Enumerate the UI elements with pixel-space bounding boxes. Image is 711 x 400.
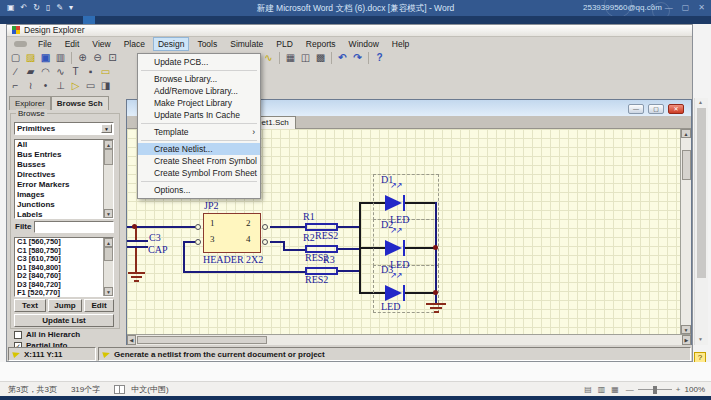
line-icon[interactable]: ∕: [8, 65, 23, 78]
list-item[interactable]: Error Markers: [15, 180, 113, 190]
draw-icon[interactable]: ✎: [56, 2, 63, 14]
zoom-in-icon[interactable]: ⊕: [75, 51, 90, 64]
scroll-up-icon[interactable]: ▲: [681, 129, 691, 138]
edit-button[interactable]: Edit: [84, 299, 114, 312]
round-rect-icon[interactable]: ▭: [98, 65, 113, 78]
language-label[interactable]: 中文(中国): [131, 384, 168, 395]
menu-item-update-parts-in-cache[interactable]: Update Parts In Cache: [138, 109, 260, 121]
chevron-down-icon[interactable]: ▼: [101, 124, 112, 133]
zoom-slider[interactable]: [638, 389, 672, 390]
wire[interactable]: [405, 292, 435, 294]
rectangle-icon[interactable]: ▪: [83, 65, 98, 78]
menu-item-make-project-library[interactable]: Make Project Library: [138, 97, 260, 109]
menu-help[interactable]: Help: [387, 37, 414, 51]
update-list-button[interactable]: Update List: [14, 314, 114, 327]
scroll-up-icon[interactable]: ▲: [698, 99, 703, 105]
curve-icon[interactable]: ∿: [53, 65, 68, 78]
text-icon[interactable]: T: [68, 65, 83, 78]
browse-library-icon[interactable]: ▦: [283, 51, 298, 64]
undo-icon[interactable]: ↶: [335, 51, 350, 64]
d2-led[interactable]: [385, 240, 402, 256]
capacitor-plate[interactable]: [127, 240, 148, 242]
wire[interactable]: [270, 226, 305, 228]
menu-item-template[interactable]: Template›: [138, 126, 260, 138]
bus-icon[interactable]: ≀: [23, 79, 38, 92]
menu-window[interactable]: Window: [344, 37, 384, 51]
menu-edit[interactable]: Edit: [60, 37, 85, 51]
wire[interactable]: [183, 241, 185, 273]
menu-simulate[interactable]: Simulate: [225, 37, 268, 51]
menu-pld[interactable]: PLD: [271, 37, 298, 51]
menu-reports[interactable]: Reports: [301, 37, 341, 51]
web-layout-icon[interactable]: ▦: [611, 385, 619, 394]
part-icon[interactable]: ▷: [68, 79, 83, 92]
tab-explorer[interactable]: Explorer: [9, 96, 51, 110]
port-icon[interactable]: ◨: [98, 79, 113, 92]
customize-quick-access-icon[interactable]: ▾: [69, 2, 73, 14]
list-item[interactable]: Junctions: [15, 200, 113, 210]
list-item[interactable]: All: [15, 140, 113, 150]
redo-icon[interactable]: ↻: [33, 2, 40, 14]
scroll-thumb[interactable]: [137, 336, 267, 344]
list-item[interactable]: C3 [610,750]: [15, 255, 113, 264]
canvas-hscrollbar[interactable]: ◀ ▶: [127, 334, 691, 345]
scroll-thumb[interactable]: [104, 247, 113, 261]
menu-file[interactable]: File: [33, 37, 57, 51]
page-info[interactable]: 第3页，共3页: [8, 384, 57, 395]
menu-view[interactable]: View: [87, 37, 115, 51]
print-layout-icon[interactable]: ▥: [598, 385, 606, 394]
wire[interactable]: [405, 202, 435, 204]
scroll-right-icon[interactable]: ▶: [682, 335, 691, 345]
power-port-icon[interactable]: ⊥: [53, 79, 68, 92]
wire[interactable]: [338, 248, 359, 250]
scroll-thumb[interactable]: [682, 150, 691, 180]
list-scrollbar[interactable]: ▲ ▼: [103, 238, 113, 296]
new-document-icon[interactable]: ▢: [8, 51, 23, 64]
wire[interactable]: [338, 226, 359, 228]
zoom-slider-thumb[interactable]: [653, 386, 657, 394]
word-vscrollbar[interactable]: ▲ ▼: [694, 98, 708, 345]
text-button[interactable]: Text: [14, 299, 46, 312]
scroll-down-icon[interactable]: ▼: [698, 336, 703, 342]
list-item[interactable]: C1 [560,750]: [15, 238, 113, 247]
junction-icon[interactable]: •: [38, 79, 53, 92]
scroll-up-icon[interactable]: ▲: [104, 140, 113, 149]
redo-icon[interactable]: ↷: [350, 51, 365, 64]
menu-item-browse-library[interactable]: Browse Library...: [138, 73, 260, 85]
save-icon[interactable]: ▣: [38, 51, 53, 64]
restore-icon[interactable]: ▢: [682, 1, 690, 15]
list-item[interactable]: Busses: [15, 160, 113, 170]
undo-icon[interactable]: ↶: [21, 2, 28, 14]
list-item[interactable]: Directives: [15, 170, 113, 180]
cascade-icon[interactable]: ▩: [313, 51, 328, 64]
scroll-thumb[interactable]: [104, 149, 113, 165]
doc-restore-button[interactable]: ▢: [648, 104, 664, 114]
browse-mode-select[interactable]: Primitives ▼: [14, 122, 114, 135]
doc-minimize-button[interactable]: —: [628, 104, 644, 114]
menu-item-update-pcb[interactable]: Update PCB...: [138, 56, 260, 68]
document-icon[interactable]: ▯: [46, 2, 50, 14]
polygon-icon[interactable]: ▰: [23, 65, 38, 78]
menu-item-create-netlist[interactable]: Create Netlist...: [138, 143, 260, 155]
wire[interactable]: [127, 226, 195, 228]
wire[interactable]: [338, 270, 359, 272]
wire[interactable]: [135, 248, 137, 272]
zoom-out-button[interactable]: —: [626, 385, 634, 394]
netlist-icon[interactable]: ∿: [261, 51, 276, 64]
spellcheck-icon[interactable]: [114, 385, 125, 394]
capacitor-plate[interactable]: [127, 246, 148, 248]
wire[interactable]: [435, 202, 437, 303]
menu-item-add-remove-library[interactable]: Add/Remove Library...: [138, 85, 260, 97]
open-icon[interactable]: ▨: [23, 51, 38, 64]
zoom-area-icon[interactable]: ⊡: [105, 51, 120, 64]
scroll-down-icon[interactable]: ▼: [104, 209, 113, 218]
menu-place[interactable]: Place: [119, 37, 150, 51]
wire[interactable]: [183, 271, 305, 273]
list-item[interactable]: Images: [15, 190, 113, 200]
read-mode-icon[interactable]: ▤: [584, 385, 592, 394]
close-icon[interactable]: ✕: [698, 1, 705, 15]
jump-button[interactable]: Jump: [48, 299, 82, 312]
filter-input[interactable]: [34, 221, 114, 233]
wire[interactable]: [135, 228, 137, 240]
menu-design[interactable]: Design: [153, 37, 189, 51]
